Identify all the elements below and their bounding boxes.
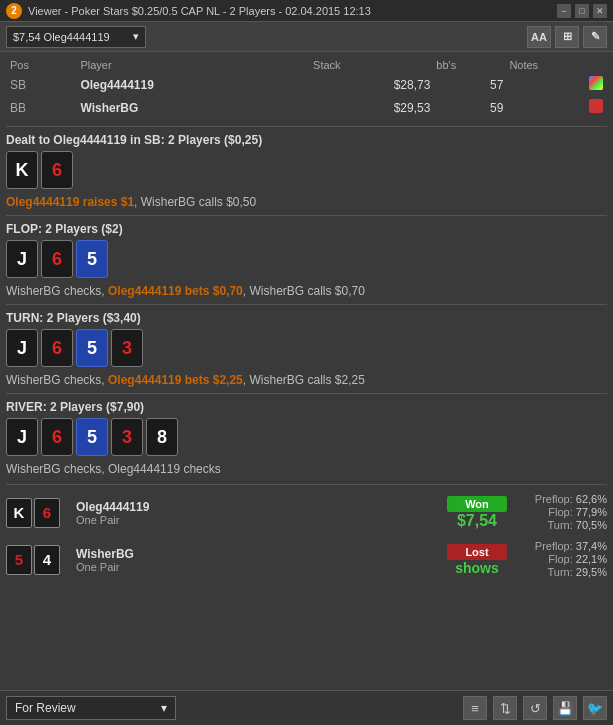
flop-action: WisherBG checks, Oleg4444119 bets $0,70,… (6, 284, 607, 298)
river-cards: J 6 5 3 8 (6, 418, 607, 456)
winner-info: Oleg4444119 One Pair (76, 500, 437, 526)
winner-cards: K 6 (6, 498, 66, 528)
title-bar-left: 2 Viewer - Poker Stars $0.25/0.5 CAP NL … (6, 3, 371, 19)
flop-card-5: 5 (76, 240, 108, 278)
col-bbs: bb's (434, 58, 505, 72)
won-amount: $7,54 (447, 512, 507, 530)
for-review-select[interactable]: For Review ▾ (6, 696, 176, 720)
winner-card-6: 6 (34, 498, 60, 528)
save-button[interactable]: 💾 (553, 696, 577, 720)
river-section: RIVER: 2 Players ($7,90) J 6 5 3 8 Wishe… (6, 400, 607, 476)
list-view-button[interactable]: ≡ (463, 696, 487, 720)
loser-stats: Preflop: 37,4% Flop: 22,1% Turn: 29,5% (517, 540, 607, 579)
winner-stats: Preflop: 62,6% Flop: 77,9% Turn: 70,5% (517, 493, 607, 532)
divider-1 (6, 126, 607, 127)
divider-2 (6, 215, 607, 216)
players-table: Pos Player Stack bb's Notes SB Oleg44441… (6, 56, 607, 120)
turn-card-5: 5 (76, 329, 108, 367)
river-card-J: J (6, 418, 38, 456)
loser-player: WisherBG (76, 547, 437, 561)
bottom-right-buttons: ≡ ⇅ ↺ 💾 🐦 (463, 696, 607, 720)
river-card-5: 5 (76, 418, 108, 456)
winner-card-K: K (6, 498, 32, 528)
toolbar: $7,54 Oleg4444119 ▾ AA ⊞ ✎ (0, 22, 613, 52)
divider-3 (6, 304, 607, 305)
grid-view-button[interactable]: ⊞ (555, 26, 579, 48)
flop-cards: J 6 5 (6, 240, 607, 278)
flop-card-J: J (6, 240, 38, 278)
window-title: Viewer - Poker Stars $0.25/0.5 CAP NL - … (28, 5, 371, 17)
preflop-action: Oleg4444119 raises $1, WisherBG calls $0… (6, 195, 607, 209)
hole-card-6: 6 (41, 151, 73, 189)
hole-card-K: K (6, 151, 38, 189)
deal-header: Dealt to Oleg4444119 in SB: 2 Players ($… (6, 133, 607, 147)
sb-player: Oleg4444119 (78, 74, 309, 95)
col-notes: Notes (507, 58, 605, 72)
player-row-sb: SB Oleg4444119 $28,73 57 (8, 74, 605, 95)
turn-action: WisherBG checks, Oleg4444119 bets $2,25,… (6, 373, 607, 387)
sb-note (507, 74, 605, 95)
turn-section: TURN: 2 Players ($3,40) J 6 5 3 WisherBG… (6, 311, 607, 387)
col-player: Player (78, 58, 309, 72)
lost-badge: Lost (447, 544, 507, 560)
maximize-button[interactable]: □ (575, 4, 589, 18)
winner-player: Oleg4444119 (76, 500, 437, 514)
sb-pos: SB (8, 74, 76, 95)
summary-section: K 6 Oleg4444119 One Pair Won $7,54 Prefl… (6, 484, 607, 579)
bb-note-icon[interactable] (589, 99, 603, 113)
loser-result: Lost shows (447, 544, 507, 576)
share-button[interactable]: 🐦 (583, 696, 607, 720)
river-card-6: 6 (41, 418, 73, 456)
won-badge: Won (447, 496, 507, 512)
divider-4 (6, 393, 607, 394)
bb-note (507, 97, 605, 118)
shows-text: shows (447, 560, 507, 576)
hand-selector[interactable]: $7,54 Oleg4444119 ▾ (6, 26, 146, 48)
toolbar-right: AA ⊞ ✎ (527, 26, 607, 48)
bb-stack: $29,53 (311, 97, 432, 118)
loser-info: WisherBG One Pair (76, 547, 437, 573)
winner-row: K 6 Oleg4444119 One Pair Won $7,54 Prefl… (6, 493, 607, 532)
river-header: RIVER: 2 Players ($7,90) (6, 400, 607, 414)
loser-hand: One Pair (76, 561, 437, 573)
window-controls: − □ ✕ (557, 4, 607, 18)
loser-card-4: 4 (34, 545, 60, 575)
sb-note-icon[interactable] (589, 76, 603, 90)
font-size-button[interactable]: AA (527, 26, 551, 48)
turn-card-6: 6 (41, 329, 73, 367)
edit-button[interactable]: ✎ (583, 26, 607, 48)
hole-cards: K 6 (6, 151, 607, 189)
bb-player: WisherBG (78, 97, 309, 118)
river-card-8: 8 (146, 418, 178, 456)
flop-card-6: 6 (41, 240, 73, 278)
loser-row: 5 4 WisherBG One Pair Lost shows Preflop… (6, 540, 607, 579)
app-icon: 2 (6, 3, 22, 19)
col-stack: Stack (311, 58, 432, 72)
river-card-3: 3 (111, 418, 143, 456)
turn-card-J: J (6, 329, 38, 367)
main-content: Pos Player Stack bb's Notes SB Oleg44441… (0, 52, 613, 690)
bb-bbs: 59 (434, 97, 505, 118)
flop-header: FLOP: 2 Players ($2) (6, 222, 607, 236)
bottom-bar: For Review ▾ ≡ ⇅ ↺ 💾 🐦 (0, 690, 613, 725)
turn-header: TURN: 2 Players ($3,40) (6, 311, 607, 325)
winner-result: Won $7,54 (447, 496, 507, 530)
col-pos: Pos (8, 58, 76, 72)
river-action: WisherBG checks, Oleg4444119 checks (6, 462, 607, 476)
flop-section: FLOP: 2 Players ($2) J 6 5 WisherBG chec… (6, 222, 607, 298)
sb-bbs: 57 (434, 74, 505, 95)
player-row-bb: BB WisherBG $29,53 59 (8, 97, 605, 118)
sb-stack: $28,73 (311, 74, 432, 95)
loser-card-5: 5 (6, 545, 32, 575)
winner-hand: One Pair (76, 514, 437, 526)
bb-pos: BB (8, 97, 76, 118)
minimize-button[interactable]: − (557, 4, 571, 18)
deal-section: Dealt to Oleg4444119 in SB: 2 Players ($… (6, 133, 607, 209)
sort-button[interactable]: ⇅ (493, 696, 517, 720)
close-button[interactable]: ✕ (593, 4, 607, 18)
title-bar: 2 Viewer - Poker Stars $0.25/0.5 CAP NL … (0, 0, 613, 22)
loser-cards: 5 4 (6, 545, 66, 575)
turn-cards: J 6 5 3 (6, 329, 607, 367)
refresh-button[interactable]: ↺ (523, 696, 547, 720)
turn-card-3: 3 (111, 329, 143, 367)
